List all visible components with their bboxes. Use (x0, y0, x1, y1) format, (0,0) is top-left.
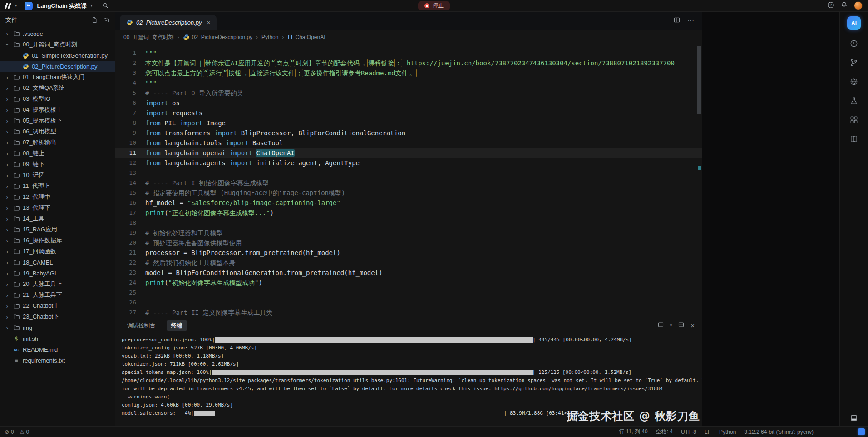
tree-item-folder[interactable]: ›03_模型IO (0, 93, 115, 104)
status-item[interactable]: 空格: 4 (656, 428, 673, 436)
tree-item-folder[interactable]: ›19_BabyAGI (0, 268, 115, 279)
error-count[interactable]: ⊘ 0 (5, 429, 14, 435)
status-item[interactable]: LF (705, 429, 711, 435)
code-line[interactable]: 13 (115, 168, 702, 178)
clock-icon[interactable] (849, 39, 858, 48)
stop-button[interactable]: 停止 (418, 1, 450, 10)
split-terminal-icon[interactable] (658, 321, 664, 329)
status-item[interactable]: UTF-8 (681, 429, 696, 435)
status-item[interactable]: 行 11, 列 40 (619, 428, 647, 436)
tree-item-folder[interactable]: ›10_记忆 (0, 170, 115, 181)
code-line[interactable]: 25 (115, 288, 702, 298)
tree-item-folder[interactable]: ›05_提示模板下 (0, 115, 115, 126)
panel-toggle-icon[interactable] (849, 413, 858, 422)
help-icon[interactable]: ? (827, 1, 834, 10)
tree-item-folder[interactable]: ›13_代理下 (0, 202, 115, 213)
tree-item-folder[interactable]: ›00_开篇词_奇点时刻 (0, 39, 115, 50)
warning-count[interactable]: ⚠ 0 (20, 429, 29, 435)
split-editor-icon[interactable] (674, 17, 680, 25)
ai-assistant-badge[interactable]: AI (847, 16, 861, 30)
code-line[interactable]: 11from langchain_openai import ChatOpenA… (115, 148, 702, 158)
tree-item-folder[interactable]: ›21_人脉工具下 (0, 290, 115, 300)
code-line[interactable]: 20# 预处理器将准备图像供模型使用 (115, 238, 702, 248)
breadcrumb-item[interactable]: Python (261, 34, 278, 40)
code-editor[interactable]: 1"""2本文件是【开篇词｜带你亲证AI应用开发的“奇点”时刻】章节的配套代码，… (115, 44, 702, 317)
tree-item-file[interactable]: ›02_PictureDescription.py (0, 61, 115, 72)
status-item[interactable]: Python (719, 429, 736, 435)
chevron-down-icon[interactable]: ▾ (90, 4, 93, 8)
tab-terminal[interactable]: 终端 (167, 320, 187, 331)
code-line[interactable]: 12from langchain.agents import initializ… (115, 158, 702, 168)
tree-item-folder[interactable]: ›04_提示模板上 (0, 104, 115, 115)
user-avatar[interactable] (854, 1, 863, 10)
tree-item-folder[interactable]: ›07_解析输出 (0, 137, 115, 148)
code-line[interactable]: 4""" (115, 78, 702, 88)
app-logo-icon[interactable] (5, 3, 10, 9)
globe-icon[interactable] (849, 77, 858, 86)
code-line[interactable]: 3您可以点击最上方的“运行”按钮，直接运行该文件；更多操作指引请参考Readme… (115, 68, 702, 78)
tree-item-folder[interactable]: ›06_调用模型 (0, 126, 115, 137)
tree-item-file[interactable]: ›$init.sh (0, 333, 115, 344)
tree-item-file[interactable]: ›M↓README.md (0, 344, 115, 355)
status-item[interactable]: 3.12.2 64-bit ('shims': pyenv) (744, 429, 814, 435)
new-folder-icon[interactable] (103, 17, 109, 23)
code-line[interactable]: 24print("初始化图像字幕生成模型成功") (115, 278, 702, 288)
tree-item-folder[interactable]: ›20_人脉工具上 (0, 279, 115, 290)
close-panel-icon[interactable]: × (690, 322, 695, 329)
code-line[interactable]: 18 (115, 218, 702, 228)
code-line[interactable]: 26 (115, 298, 702, 308)
chevron-down-icon[interactable]: ▾ (15, 4, 17, 8)
editor-scrollbar[interactable] (696, 44, 702, 317)
bell-icon[interactable] (841, 1, 848, 10)
branch-icon[interactable] (849, 58, 858, 67)
tree-item-folder[interactable]: ›17_回调函数 (0, 246, 115, 257)
code-line[interactable]: 22# 然后我们初始化工具模型本身 (115, 258, 702, 268)
search-icon[interactable] (101, 1, 111, 10)
more-actions-icon[interactable]: ⋯ (687, 17, 695, 25)
project-name[interactable]: LangChain 实战课 (37, 2, 87, 10)
code-line[interactable]: 10from langchain.tools import BaseTool (115, 138, 702, 148)
tree-item-folder[interactable]: ›09_链下 (0, 159, 115, 170)
grid-icon[interactable] (849, 115, 858, 124)
code-line[interactable]: 21processor = BlipProcessor.from_pretrai… (115, 248, 702, 258)
code-line[interactable]: 23model = BlipForConditionalGeneration.f… (115, 268, 702, 278)
code-line[interactable]: 16hf_model = "Salesforce/blip-image-capt… (115, 198, 702, 208)
book-icon[interactable] (849, 134, 858, 143)
terminal-output[interactable]: preprocessor_config.json: 100%|| 445/445… (115, 334, 702, 426)
editor-tab[interactable]: 02_PictureDescription.py × (120, 15, 217, 30)
tree-item-folder[interactable]: ›14_工具 (0, 213, 115, 224)
code-line[interactable]: 2本文件是【开篇词｜带你亲证AI应用开发的“奇点”时刻】章节的配套代码，课程链接… (115, 58, 702, 68)
breadcrumb-item[interactable]: ChatOpenAI (287, 34, 325, 40)
tree-item-folder[interactable]: ›02_文档QA系统 (0, 83, 115, 93)
code-line[interactable]: 19# 初始化处理器和工具模型 (115, 228, 702, 238)
code-line[interactable]: 5# ---- Part 0 导入所需要的类 (115, 88, 702, 98)
breadcrumb-item[interactable]: 00_开篇词_奇点时刻 (123, 34, 174, 41)
new-file-icon[interactable] (91, 17, 98, 23)
code-line[interactable]: 9from transformers import BlipProcessor,… (115, 128, 702, 138)
tree-item-folder[interactable]: ›12_代理中 (0, 191, 115, 202)
code-line[interactable]: 7import requests (115, 108, 702, 118)
tree-item-folder[interactable]: ›15_RAG应用 (0, 224, 115, 235)
tree-item-folder[interactable]: ›11_代理上 (0, 181, 115, 191)
code-line[interactable]: 6import os (115, 98, 702, 108)
chevron-down-icon[interactable]: ▾ (670, 324, 672, 328)
code-line[interactable]: 14# ---- Part I 初始化图像字幕生成模型 (115, 178, 702, 188)
tree-item-folder[interactable]: ›18_CAMEL (0, 257, 115, 268)
tree-item-folder[interactable]: ›08_链上 (0, 148, 115, 159)
code-line[interactable]: 27# ---- Part II 定义图像字幕生成工具类 (115, 308, 702, 317)
tree-item-folder[interactable]: ›22_Chatbot上 (0, 300, 115, 311)
tab-close-icon[interactable]: × (207, 20, 211, 26)
breadcrumb-item[interactable]: 02_PictureDescription.py (183, 34, 252, 41)
tree-item-folder[interactable]: ›23_Chatbot下 (0, 311, 115, 322)
tree-item-folder[interactable]: ›img (0, 322, 115, 333)
tree-item-file[interactable]: ›01_SimpleTextGeneration.py (0, 50, 115, 61)
code-line[interactable]: 17print("正在初始化图像字幕生成模型...") (115, 208, 702, 218)
maximize-panel-icon[interactable] (678, 321, 684, 329)
tab-debug-console[interactable]: 调试控制台 (123, 320, 160, 331)
tree-item-folder[interactable]: ›.vscode (0, 28, 115, 39)
scrollbar-thumb[interactable] (697, 46, 701, 114)
feedback-badge[interactable] (858, 428, 865, 435)
code-line[interactable]: 8from PIL import Image (115, 118, 702, 128)
tree-item-folder[interactable]: ›16_操作数据库 (0, 235, 115, 246)
flask-icon[interactable] (849, 96, 858, 105)
